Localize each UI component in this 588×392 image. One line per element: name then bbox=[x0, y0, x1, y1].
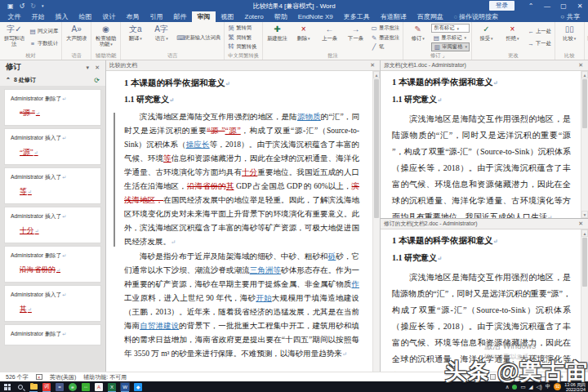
taskbar-word[interactable]: W bbox=[120, 382, 130, 391]
ribbon-simp-trad-convert-button[interactable]: 转简繁转换 bbox=[226, 42, 258, 51]
tab-有道翻译[interactable]: 有道翻译 bbox=[375, 11, 412, 22]
ribbon-translate-button[interactable]: 文a翻译▾ bbox=[122, 24, 148, 51]
close-button[interactable]: ✕ bbox=[572, 0, 588, 11]
ribbon-track-changes-button[interactable]: ✎修订▾ bbox=[405, 24, 430, 51]
taskbar-search-button[interactable] bbox=[16, 382, 25, 391]
taskbar-file-explorer[interactable] bbox=[29, 382, 38, 391]
collapse-chevron-icon[interactable]: ⌃ bbox=[6, 77, 11, 83]
original-pane-close-icon[interactable]: ✕ bbox=[577, 62, 585, 69]
tab-视图[interactable]: 视图 bbox=[216, 11, 239, 22]
taskbar-wechat[interactable]: ◦◦ bbox=[81, 382, 91, 391]
revision-item[interactable]: Administrator 插入了↵等↵ bbox=[4, 167, 101, 204]
proofing-errors-icon[interactable]: × bbox=[36, 374, 42, 380]
tab-引用[interactable]: 引用 bbox=[145, 11, 168, 22]
tab-插入[interactable]: 插入 bbox=[50, 11, 74, 22]
taskbar-youdao-dict[interactable]: 词 bbox=[42, 382, 51, 391]
scroll-up-icon[interactable]: ▲ bbox=[373, 71, 380, 78]
ribbon-display-options-icon[interactable]: ⌃ bbox=[523, 0, 539, 11]
ribbon-next-comment-button[interactable]: →下一条 bbox=[343, 24, 368, 51]
tab-邮件[interactable]: 邮件 bbox=[168, 11, 192, 22]
ribbon-next-change-button[interactable]: →下一处 bbox=[526, 39, 553, 48]
tab-审阅[interactable]: 审阅 bbox=[192, 11, 216, 22]
scrollbar-thumb[interactable] bbox=[582, 238, 587, 287]
redo-icon[interactable]: ↻ bbox=[30, 2, 36, 10]
ribbon-ink-comment-button[interactable]: ✎墨迹批注 bbox=[369, 33, 401, 42]
ribbon-language-button[interactable]: A字语言▾ bbox=[149, 24, 174, 51]
scrollbar-thumb[interactable] bbox=[374, 79, 379, 218]
original-document-page[interactable]: 1 本课题的科学依据和意义↵1.1 研究意义↵滨浅海地区是海陆交互作用强烈的地区… bbox=[381, 71, 581, 218]
revisions-pane-close-icon[interactable]: ✕ bbox=[95, 65, 100, 71]
taskbar-start-button[interactable] bbox=[2, 382, 12, 391]
revised-document-scrollbar[interactable]: ▲ ▼ bbox=[581, 229, 588, 372]
dialog-launcher-icon[interactable]: ⌟ bbox=[442, 53, 444, 58]
revision-item[interactable]: Administrator 删除了↵沿海省份的↵ bbox=[4, 246, 101, 283]
undo-icon[interactable]: ↺ bbox=[20, 2, 25, 10]
revision-item[interactable]: Administrator 删除了↵ bbox=[4, 324, 101, 345]
tab-布局[interactable]: 布局 bbox=[121, 11, 145, 22]
revision-item[interactable]: Administrator 删除了↵“源 ”↵ bbox=[4, 89, 101, 126]
scroll-down-icon[interactable]: ▼ bbox=[581, 211, 588, 218]
ribbon-previous-comment-button[interactable]: ←上一条 bbox=[317, 24, 342, 51]
baidu-netdisk-icon: ◆ bbox=[134, 383, 142, 391]
revision-item[interactable]: Administrator 插入了↵十分↵ bbox=[4, 207, 101, 243]
ribbon-word-count-button[interactable]: ≡字数统计 bbox=[28, 39, 60, 48]
login-button[interactable]: 登录 bbox=[489, 1, 514, 11]
ribbon-show-markup-button[interactable]: ▤显示标记▾ bbox=[431, 33, 470, 42]
revision-item[interactable]: Administrator 插入了↵其↵ bbox=[4, 285, 101, 322]
ribbon-delete-comment-button[interactable]: ×删除▾ bbox=[291, 24, 316, 51]
tab-操作说明搜索[interactable]: ◌操作说明搜索 bbox=[448, 11, 503, 22]
revised-pane-close-icon[interactable]: ✕ bbox=[577, 220, 585, 227]
ribbon-new-comment-button[interactable]: ✚新建批注 bbox=[265, 24, 290, 51]
tab-帮助[interactable]: 帮助 bbox=[269, 11, 292, 22]
language-status[interactable]: 英语(美国) bbox=[50, 373, 77, 381]
ribbon-previous-change-button[interactable]: ←上一处 bbox=[526, 27, 553, 36]
compared-document-page[interactable]: 1 本课题的科学依据和意义↵1.1 研究意义↵滨浅海地区是海陆交互作用强烈的地区… bbox=[106, 71, 372, 372]
tab-Zotero[interactable]: Zotero bbox=[239, 11, 269, 22]
ribbon-check-accessibility-button[interactable]: ◉检查辅助功能▾ bbox=[93, 24, 118, 51]
qat-dropdown-icon[interactable]: ▾ bbox=[42, 3, 44, 8]
save-icon[interactable]: ▣ bbox=[7, 2, 14, 10]
compared-document-scrollbar[interactable]: ▲ bbox=[372, 71, 380, 372]
taskbar-360-browser[interactable]: e bbox=[68, 382, 78, 391]
maximize-button[interactable]: ▢ bbox=[555, 0, 572, 11]
tab-百度网盘[interactable]: 百度网盘 bbox=[412, 11, 448, 22]
ribbon-simp-to-trad-button[interactable]: 繁简转繁 bbox=[226, 33, 258, 42]
revision-item[interactable]: Administrator 插入了↵“源”↵ bbox=[4, 128, 101, 165]
ribbon-display-for-review-button[interactable]: 所有标记▾ bbox=[431, 24, 470, 33]
doc-heading: 1.1 研究意义↵ bbox=[392, 252, 571, 264]
compared-pane-close-icon[interactable]: ✕ bbox=[368, 62, 376, 69]
share-button[interactable]: ○共享 bbox=[552, 11, 588, 22]
ribbon-thesaurus-button[interactable]: ▤同义词库 bbox=[28, 27, 60, 36]
revisions-pane-dropdown-icon[interactable]: ▾ bbox=[87, 65, 90, 71]
scroll-up-icon[interactable]: ▲ bbox=[581, 71, 588, 78]
tab-EndNote X9[interactable]: EndNote X9 bbox=[292, 11, 338, 22]
tab-设计[interactable]: 设计 bbox=[97, 11, 121, 22]
ribbon-show-comments-button[interactable]: ▭显示批注 bbox=[369, 24, 401, 33]
refresh-icon[interactable]: ⟳ bbox=[94, 77, 100, 84]
ribbon-spelling-grammar-button[interactable]: 字✓拼写和语法 bbox=[2, 24, 27, 51]
tab-开始[interactable]: 开始 bbox=[26, 11, 50, 22]
ribbon-reject-change-button[interactable]: ×拒绝▾ bbox=[500, 24, 525, 51]
scrollbar-thumb[interactable] bbox=[582, 79, 587, 128]
ribbon-group-语言: 文a翻译▾A字语言▾⌨更新输入法词典语言 bbox=[121, 22, 225, 60]
ribbon-pen-button[interactable]: ╱笔 bbox=[369, 42, 401, 51]
original-document-scrollbar[interactable]: ▲ ▼ bbox=[581, 71, 588, 218]
ribbon-reviewing-pane-button[interactable]: ▥审阅窗格▾ bbox=[431, 42, 470, 51]
taskbar-baidu-netdisk[interactable]: ◆ bbox=[133, 382, 143, 391]
ribbon-read-aloud-button[interactable]: A»大声朗读 bbox=[64, 24, 89, 51]
tab-更多工具[interactable]: 更多工具 bbox=[338, 11, 375, 22]
minimize-button[interactable]: — bbox=[539, 0, 555, 11]
ribbon-update-ime-dictionary-button[interactable]: ⌨更新输入法词典 bbox=[175, 33, 222, 42]
taskbar-calculator[interactable]: = bbox=[55, 382, 65, 391]
tab-绘图[interactable]: 绘图 bbox=[74, 11, 97, 22]
scroll-up-icon[interactable]: ▲ bbox=[581, 229, 588, 237]
taskbar-excel[interactable]: X bbox=[107, 382, 117, 391]
tab-文件[interactable]: 文件 bbox=[2, 11, 26, 22]
accessibility-status[interactable]: 辅助功能: 不可用 bbox=[83, 373, 127, 381]
ribbon-compare-button[interactable]: ▯▯比较▾ bbox=[557, 24, 582, 51]
ribbon-accept-change-button[interactable]: ✓接受▾ bbox=[474, 24, 499, 51]
ribbon-trad-to-simp-button[interactable]: 简繁转简 bbox=[226, 24, 258, 33]
taskbar-acrobat[interactable]: A bbox=[94, 382, 104, 391]
ribbon-group-label: 更改 bbox=[474, 51, 553, 60]
word-count[interactable]: 526 个字 bbox=[6, 373, 29, 381]
